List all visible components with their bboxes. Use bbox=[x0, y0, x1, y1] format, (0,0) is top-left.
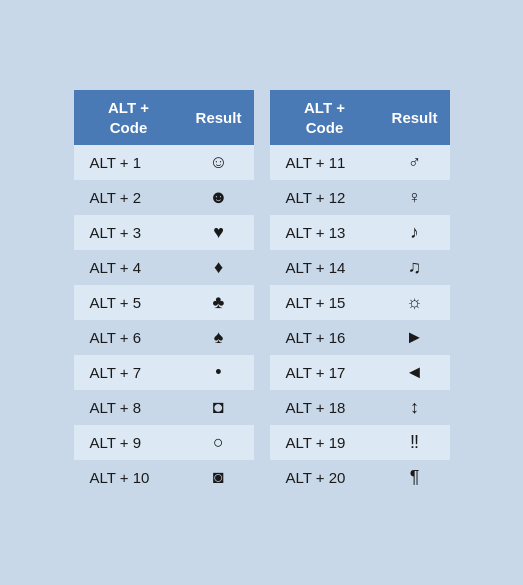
table-row: ALT + 17◄ bbox=[270, 355, 450, 390]
result-cell-1-5: ♣ bbox=[184, 285, 254, 320]
code-cell-2-4: ALT + 14 bbox=[270, 250, 380, 285]
result-cell-1-8: ◘ bbox=[184, 390, 254, 425]
code-cell-1-5: ALT + 5 bbox=[74, 285, 184, 320]
table-row: ALT + 10◙ bbox=[74, 460, 254, 495]
table-row: ALT + 2☻ bbox=[74, 180, 254, 215]
result-cell-1-6: ♠ bbox=[184, 320, 254, 355]
code-cell-2-1: ALT + 11 bbox=[270, 145, 380, 180]
table-2-header-2: Result bbox=[380, 90, 450, 145]
result-cell-2-3: ♪ bbox=[380, 215, 450, 250]
table-row: ALT + 1☺ bbox=[74, 145, 254, 180]
table-row: ALT + 9○ bbox=[74, 425, 254, 460]
code-cell-1-6: ALT + 6 bbox=[74, 320, 184, 355]
result-cell-2-5: ☼ bbox=[380, 285, 450, 320]
table-row: ALT + 20¶ bbox=[270, 460, 450, 495]
table-row: ALT + 16► bbox=[270, 320, 450, 355]
result-cell-2-8: ↕ bbox=[380, 390, 450, 425]
result-cell-2-6: ► bbox=[380, 320, 450, 355]
result-cell-2-10: ¶ bbox=[380, 460, 450, 495]
result-cell-1-9: ○ bbox=[184, 425, 254, 460]
code-cell-2-7: ALT + 17 bbox=[270, 355, 380, 390]
result-cell-1-3: ♥ bbox=[184, 215, 254, 250]
code-cell-2-6: ALT + 16 bbox=[270, 320, 380, 355]
code-cell-1-8: ALT + 8 bbox=[74, 390, 184, 425]
code-cell-1-7: ALT + 7 bbox=[74, 355, 184, 390]
code-cell-2-2: ALT + 12 bbox=[270, 180, 380, 215]
code-cell-2-5: ALT + 15 bbox=[270, 285, 380, 320]
alt-code-table-1: ALT +CodeResultALT + 1☺ALT + 2☻ALT + 3♥A… bbox=[74, 90, 254, 495]
code-cell-2-3: ALT + 13 bbox=[270, 215, 380, 250]
result-cell-2-1: ♂ bbox=[380, 145, 450, 180]
table-row: ALT + 19‼ bbox=[270, 425, 450, 460]
result-cell-1-2: ☻ bbox=[184, 180, 254, 215]
code-cell-1-3: ALT + 3 bbox=[74, 215, 184, 250]
result-cell-2-2: ♀ bbox=[380, 180, 450, 215]
table-1-header-2: Result bbox=[184, 90, 254, 145]
result-cell-2-7: ◄ bbox=[380, 355, 450, 390]
code-cell-2-8: ALT + 18 bbox=[270, 390, 380, 425]
result-cell-1-4: ♦ bbox=[184, 250, 254, 285]
table-1-header-1: ALT +Code bbox=[74, 90, 184, 145]
table-row: ALT + 18↕ bbox=[270, 390, 450, 425]
table-row: ALT + 15☼ bbox=[270, 285, 450, 320]
code-cell-1-1: ALT + 1 bbox=[74, 145, 184, 180]
result-cell-2-4: ♫ bbox=[380, 250, 450, 285]
table-row: ALT + 3♥ bbox=[74, 215, 254, 250]
code-cell-2-10: ALT + 20 bbox=[270, 460, 380, 495]
table-row: ALT + 8◘ bbox=[74, 390, 254, 425]
table-row: ALT + 14♫ bbox=[270, 250, 450, 285]
result-cell-1-10: ◙ bbox=[184, 460, 254, 495]
table-row: ALT + 4♦ bbox=[74, 250, 254, 285]
table-row: ALT + 6♠ bbox=[74, 320, 254, 355]
table-row: ALT + 11♂ bbox=[270, 145, 450, 180]
main-container: ALT +CodeResultALT + 1☺ALT + 2☻ALT + 3♥A… bbox=[58, 74, 466, 511]
table-row: ALT + 7• bbox=[74, 355, 254, 390]
code-cell-2-9: ALT + 19 bbox=[270, 425, 380, 460]
table-2-header-1: ALT +Code bbox=[270, 90, 380, 145]
alt-code-table-2: ALT +CodeResultALT + 11♂ALT + 12♀ALT + 1… bbox=[270, 90, 450, 495]
table-row: ALT + 12♀ bbox=[270, 180, 450, 215]
code-cell-1-4: ALT + 4 bbox=[74, 250, 184, 285]
code-cell-1-10: ALT + 10 bbox=[74, 460, 184, 495]
result-cell-1-1: ☺ bbox=[184, 145, 254, 180]
table-row: ALT + 13♪ bbox=[270, 215, 450, 250]
result-cell-2-9: ‼ bbox=[380, 425, 450, 460]
table-row: ALT + 5♣ bbox=[74, 285, 254, 320]
code-cell-1-2: ALT + 2 bbox=[74, 180, 184, 215]
result-cell-1-7: • bbox=[184, 355, 254, 390]
code-cell-1-9: ALT + 9 bbox=[74, 425, 184, 460]
